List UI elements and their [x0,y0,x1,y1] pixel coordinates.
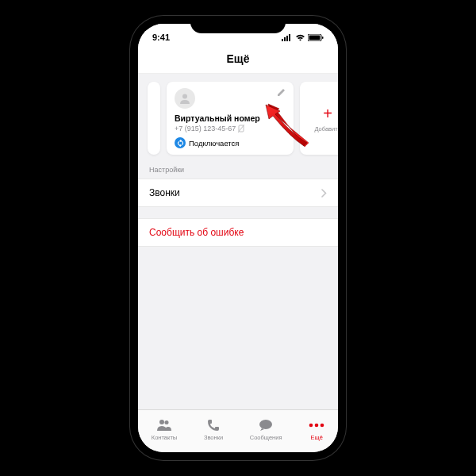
tab-calls-label: Звонки [204,434,223,441]
tab-bar: Контакты Звонки Сообщения Ещё [138,409,338,452]
svg-point-13 [309,423,313,427]
svg-rect-5 [309,35,321,40]
status-time: 9:41 [152,33,170,42]
edit-icon[interactable] [277,88,286,97]
svg-rect-2 [286,36,288,41]
svg-point-15 [321,423,324,427]
calls-row-label: Звонки [149,187,180,198]
card-phone: +7 (915) 123-45-67 [175,125,286,132]
add-card-button[interactable]: + Добавить [300,82,338,155]
tab-more[interactable]: Ещё [309,417,324,441]
battery-icon [308,34,324,41]
svg-rect-1 [284,37,286,41]
virtual-number-card[interactable]: Виртуальный номер +7 (915) 123-45-67 Под… [167,82,294,155]
wifi-icon [295,34,305,41]
card-previous[interactable] [148,82,160,155]
avatar-icon [175,88,195,109]
svg-rect-3 [289,34,290,41]
card-title: Виртуальный номер [175,113,286,123]
header-title: Ещё [227,52,250,65]
notch [190,16,286,33]
tab-messages[interactable]: Сообщения [250,417,282,441]
svg-rect-0 [282,39,283,41]
add-label: Добавить [314,125,338,132]
calls-icon [205,417,221,433]
svg-point-12 [259,420,272,429]
sim-off-icon [238,125,244,132]
more-icon [309,417,324,433]
tab-contacts-label: Контакты [152,434,177,441]
tab-more-label: Ещё [310,434,322,441]
calls-settings-row[interactable]: Звонки [138,178,338,207]
svg-point-11 [165,420,169,424]
tab-contacts[interactable]: Контакты [152,417,177,441]
tab-calls[interactable]: Звонки [204,417,223,441]
cards-carousel[interactable]: Виртуальный номер +7 (915) 123-45-67 Под… [138,74,338,163]
tab-messages-label: Сообщения [250,434,282,441]
header: Ещё [138,48,338,74]
sync-icon [175,137,186,148]
svg-point-10 [159,420,164,424]
messages-icon [258,417,274,433]
card-status: Подключается [175,137,286,148]
signal-icon [282,34,293,41]
svg-rect-6 [322,36,324,39]
plus-icon: + [323,105,332,123]
settings-section-label: Настройки [138,163,338,178]
report-error-row[interactable]: Сообщить об ошибке [138,218,338,247]
svg-point-14 [315,423,319,427]
screen: 9:41 Ещё Виртуальный номер [138,24,338,452]
contacts-icon [156,417,172,433]
phone-frame: 9:41 Ещё Виртуальный номер [130,16,346,460]
chevron-right-icon [321,189,327,198]
report-label: Сообщить об ошибке [149,227,244,238]
card-status-text: Подключается [189,139,240,148]
svg-point-7 [182,94,187,99]
